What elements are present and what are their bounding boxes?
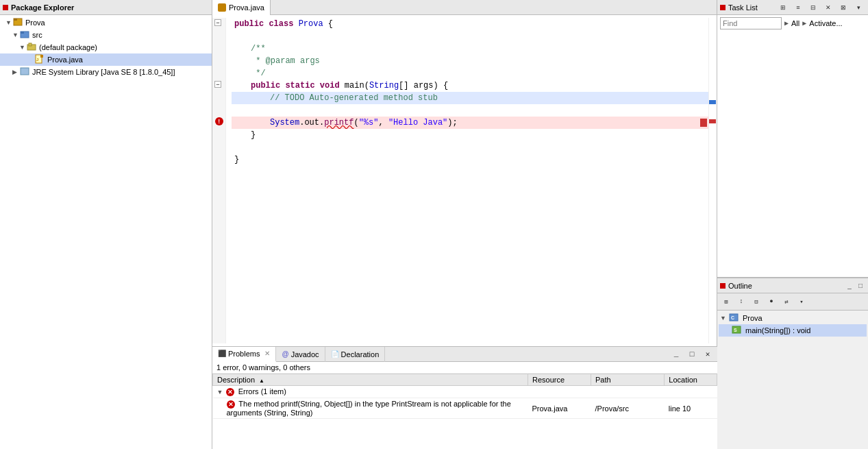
error-description: The method printf(String, Object[]) in t… — [227, 400, 511, 417]
package-explorer-title: Package Explorer — [11, 3, 74, 12]
all-label[interactable]: All — [791, 19, 799, 27]
tree-item-jre-label: JRE System Library [Java SE 8 [1.8.0_45]… — [32, 68, 175, 76]
col-header-location[interactable]: Location — [665, 374, 717, 386]
outline-prova-icon: C — [729, 313, 739, 324]
maximize-bottom-btn[interactable]: □ — [685, 348, 699, 361]
col-header-path[interactable]: Path — [591, 374, 664, 386]
error-group-label: Errors (1 item) — [238, 387, 286, 396]
expand-prova-arrow[interactable]: ▼ — [5, 19, 12, 26]
code-line-6: public static void main(String[] args) { — [232, 80, 708, 92]
tab-problems-close[interactable]: ✕ — [264, 350, 270, 357]
task-list-btn5[interactable]: ⊠ — [836, 1, 850, 14]
tab-javadoc[interactable]: @ Javadoc — [276, 347, 325, 362]
error-item-row[interactable]: ✕ The method printf(String, Object[]) in… — [213, 398, 717, 419]
svg-text:S: S — [734, 328, 737, 332]
java-file-icon: J — [34, 54, 45, 65]
outline-maximize[interactable]: □ — [856, 281, 865, 291]
code-line-3: /** — [232, 43, 708, 55]
outline-item-prova[interactable]: ▼ C Prova — [719, 312, 867, 324]
arrow-icon: ▶ — [784, 19, 789, 27]
outline-sort-btn[interactable]: ⊞ — [719, 295, 733, 308]
task-list-btn4[interactable]: ✕ — [821, 1, 835, 14]
code-line-5: */ — [232, 67, 708, 80]
code-line-10: } — [232, 129, 708, 141]
jre-icon — [19, 66, 30, 77]
task-list-icon — [720, 5, 726, 10]
outline-sort2-btn[interactable]: ↕ — [734, 295, 748, 308]
src-icon — [19, 29, 30, 40]
collapse-method-marker[interactable]: − — [214, 80, 223, 89]
task-list-content — [717, 32, 868, 100]
svg-text:J: J — [36, 58, 38, 62]
task-list-btn3[interactable]: ⊟ — [806, 1, 820, 14]
task-list-btn1[interactable]: ⊞ — [776, 1, 790, 14]
code-line-4: * @param args — [232, 55, 708, 67]
declaration-tab-icon: 📄 — [331, 350, 339, 358]
right-panel: Task List ⊞ ≡ ⊟ ✕ ⊠ ▾ ▶ All ▶ Activate..… — [717, 0, 868, 449]
code-line-7: // TODO Auto-generated method stub — [232, 92, 708, 104]
error-path-cell: /Prova/src — [591, 398, 664, 419]
minimize-bottom-btn[interactable]: _ — [669, 348, 683, 361]
task-list-panel: Task List ⊞ ≡ ⊟ ✕ ⊠ ▾ ▶ All ▶ Activate..… — [717, 0, 868, 278]
tree-item-prova-java[interactable]: ▶ J Prova.java — [0, 53, 212, 66]
editor-panel: Prova.java − ! — [212, 0, 717, 346]
outline-hidefields-btn[interactable]: ● — [765, 295, 778, 308]
bottom-tab-bar: ⬛ Problems ✕ @ Javadoc 📄 Declaration _ — [212, 347, 717, 362]
outline-filter-btn[interactable]: ⊟ — [749, 295, 763, 308]
find-bar: ▶ All ▶ Activate... — [717, 15, 868, 32]
activate-label[interactable]: Activate... — [809, 19, 842, 27]
code-line-blank2 — [232, 104, 708, 117]
col-header-resource[interactable]: Resource — [528, 374, 591, 386]
error-group-expand[interactable]: ▼ — [217, 389, 224, 396]
tree-item-default-package[interactable]: ▼ (default package) — [0, 41, 212, 53]
collapse-class-marker[interactable]: − — [214, 18, 223, 27]
find-input[interactable] — [720, 17, 782, 29]
bottom-content: 1 error, 0 warnings, 0 others Descriptio… — [212, 362, 717, 449]
tree-item-src[interactable]: ▼ src — [0, 29, 212, 41]
tree-item-prova-java-label: Prova.java — [47, 56, 83, 64]
tree-item-jre[interactable]: ▶ JRE System Library [Java SE 8 [1.8.0_4… — [0, 66, 212, 78]
expand-src-arrow[interactable]: ▼ — [12, 32, 19, 38]
outline-expand-prova[interactable]: ▼ — [720, 315, 727, 321]
project-icon — [12, 17, 23, 28]
task-list-header: Task List ⊞ ≡ ⊟ ✕ ⊠ ▾ — [717, 0, 868, 15]
tab-declaration[interactable]: 📄 Declaration — [325, 347, 386, 362]
outline-main-label: main(String[]) : void — [745, 326, 810, 335]
error-group-row[interactable]: ▼ ✕ Errors (1 item) — [213, 386, 717, 398]
task-list-btn2[interactable]: ≡ — [791, 1, 805, 14]
outline-item-main[interactable]: S main(String[]) : void — [719, 324, 867, 337]
editor-tab-label: Prova.java — [229, 3, 264, 12]
svg-text:!: ! — [217, 119, 221, 125]
package-explorer-header: Package Explorer — [0, 0, 212, 15]
margin-marker-blue — [709, 100, 716, 104]
editor-gutter: − ! − — [212, 18, 226, 343]
editor-tab-prova[interactable]: Prova.java — [212, 0, 271, 15]
code-line-1: public class Prova { — [232, 18, 708, 30]
error-description-cell: ✕ The method printf(String, Object[]) in… — [213, 398, 528, 419]
tree-item-default-package-label: (default package) — [39, 43, 97, 51]
bottom-panel: ⬛ Problems ✕ @ Javadoc 📄 Declaration _ — [212, 346, 717, 449]
javadoc-tab-icon: @ — [282, 350, 288, 358]
outline-icon — [720, 283, 726, 289]
error-location-cell: line 10 — [665, 398, 717, 419]
outline-minimize[interactable]: _ — [845, 281, 854, 291]
close-bottom-btn[interactable]: ✕ — [701, 348, 715, 361]
outline-title: Outline — [728, 282, 752, 290]
editor-content[interactable]: − ! − — [212, 15, 717, 346]
outline-sync-btn[interactable]: ⇄ — [780, 295, 793, 308]
package-explorer-panel: Package Explorer ▼ Prova ▼ — [0, 0, 212, 449]
svg-rect-3 — [21, 32, 24, 34]
bottom-panel-toolbar: _ □ ✕ — [667, 348, 717, 361]
editor-scroll-margin — [708, 18, 717, 343]
expand-jre-arrow[interactable]: ▶ — [12, 69, 19, 75]
task-list-btn6[interactable]: ▾ — [852, 1, 865, 14]
tab-problems[interactable]: ⬛ Problems ✕ — [212, 347, 276, 362]
outline-more-btn[interactable]: ▾ — [795, 295, 808, 308]
package-explorer-icon — [3, 5, 8, 10]
tree-item-prova[interactable]: ▼ Prova — [0, 16, 212, 29]
outline-toolbar: ⊞ ↕ ⊟ ● ⇄ ▾ — [717, 293, 868, 311]
outline-header: Outline _ □ — [717, 278, 868, 293]
expand-pkg-arrow[interactable]: ▼ — [19, 44, 26, 51]
code-lines[interactable]: public class Prova { /** * @param args — [226, 18, 708, 343]
col-header-description[interactable]: Description ▲ — [213, 374, 528, 386]
